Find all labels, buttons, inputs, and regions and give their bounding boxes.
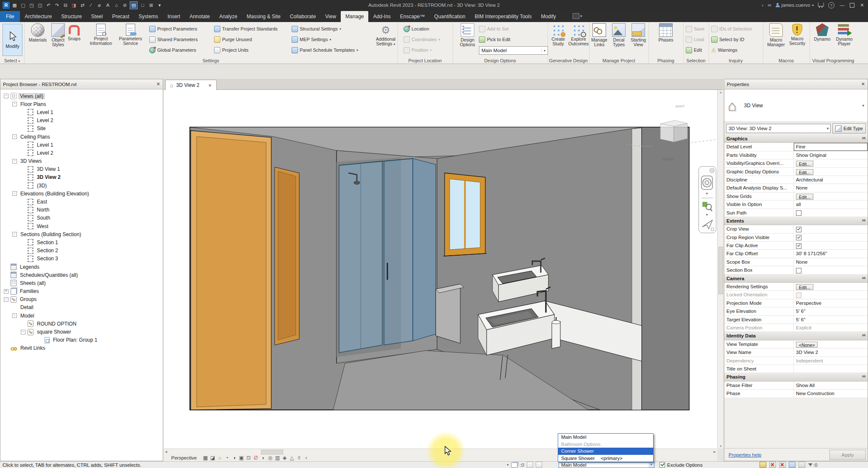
tree-item[interactable]: - Sections (Building Section): [0, 230, 163, 238]
tree-item[interactable]: Level 2: [0, 117, 163, 125]
tree-item-label[interactable]: Level 2: [36, 150, 55, 156]
tree-expander[interactable]: -: [12, 134, 17, 139]
tree-item[interactable]: South: [0, 214, 163, 222]
project-information-button[interactable]: Project Information: [88, 23, 114, 46]
view-tab[interactable]: ⌂ 3D View 2 ✕: [165, 80, 217, 90]
property-row[interactable]: Discipline Architectural Architectural ∧…: [724, 176, 868, 184]
close-icon[interactable]: ✕: [861, 81, 865, 87]
collapse-chevron-icon[interactable]: ∧∧: [862, 373, 868, 381]
ribbon-tab[interactable]: Manage: [341, 11, 368, 22]
undo-icon[interactable]: ↶: [45, 2, 52, 9]
location-button[interactable]: Location: [403, 25, 429, 33]
property-value[interactable]: [794, 209, 868, 217]
tree-item[interactable]: Floor Plan: Group 1: [0, 336, 163, 344]
new-icon[interactable]: ▢: [19, 2, 27, 9]
collapse-arrow-icon[interactable]: ‹: [762, 3, 764, 8]
worksets-caret-icon[interactable]: ▾: [507, 463, 509, 467]
create-study-button[interactable]: Create Study: [548, 23, 568, 46]
ribbon-tab[interactable]: File: [0, 11, 20, 22]
tree-item[interactable]: ROUND OPTION: [0, 320, 163, 328]
property-row[interactable]: Visibility/Graphics Overri... Edit... Ed…: [724, 159, 868, 167]
tree-item[interactable]: North: [0, 206, 163, 214]
structural-settings-button[interactable]: Structural Settings▾: [292, 25, 341, 33]
tree-item-label[interactable]: Families: [19, 288, 40, 294]
property-row[interactable]: View Template <None> <None> ∧∧: [724, 340, 868, 348]
ribbon-tab[interactable]: Analyze: [214, 11, 242, 22]
property-edit-button[interactable]: <None>: [796, 342, 818, 348]
ribbon-tab[interactable]: Architecture: [20, 11, 56, 22]
ribbon-tab[interactable]: Collaborate: [285, 11, 320, 22]
close-icon[interactable]: ✕: [156, 81, 160, 87]
tree-item[interactable]: - Ceiling Plans: [0, 133, 163, 141]
property-row[interactable]: View Name 3D View 2 3D View 2 ∧∧: [724, 348, 868, 357]
panel-label-select[interactable]: Select ▾: [0, 58, 24, 63]
additional-settings-button[interactable]: ⚙Additional Settings ▾: [374, 23, 398, 47]
tree-item-label[interactable]: Sections (Building Section): [19, 231, 82, 237]
tree-item[interactable]: Legends: [0, 263, 163, 271]
customize-qat-icon[interactable]: ▾: [156, 2, 163, 9]
property-row[interactable]: Identity Data ∧∧: [724, 332, 868, 340]
modify-button[interactable]: Modify: [3, 24, 22, 56]
tree-item[interactable]: Detail: [0, 304, 163, 312]
redo-icon[interactable]: ↷: [53, 2, 61, 9]
wheel-menu-caret-icon[interactable]: [706, 193, 708, 195]
project-browser-header[interactable]: Project Browser - RESTROOM.rvt ✕: [0, 79, 163, 89]
tree-item[interactable]: Level 1: [0, 108, 163, 116]
restore-button[interactable]: [850, 3, 854, 8]
property-value[interactable]: Show All Show All: [794, 382, 868, 389]
property-row[interactable]: Show Grids Edit... Edit... ∧∧: [724, 192, 868, 201]
transfer-icon[interactable]: ⇄: [79, 2, 86, 9]
editable-only-icon[interactable]: [527, 462, 533, 468]
dropdown-item[interactable]: Corner Shower: [558, 448, 653, 455]
property-value[interactable]: Explicit Explicit: [794, 324, 868, 332]
property-value[interactable]: all all: [794, 201, 868, 208]
select-by-face-icon[interactable]: [789, 462, 796, 468]
tree-item-label[interactable]: Site: [36, 125, 47, 131]
property-value[interactable]: <None> <None>: [794, 340, 868, 348]
dropdown-item[interactable]: Main Model: [558, 434, 653, 441]
vertical-scrollbar-thumb[interactable]: [718, 247, 723, 294]
pan-icon[interactable]: [702, 220, 712, 229]
ribbon-tab[interactable]: Insert: [163, 11, 185, 22]
dropdown-item[interactable]: Bathroom Options: [558, 441, 653, 448]
ribbon-tab[interactable]: View: [320, 11, 341, 22]
default-3d-view-icon[interactable]: ⌂: [113, 2, 120, 9]
tree-item[interactable]: Revit Links: [0, 344, 163, 352]
property-checkbox[interactable]: [796, 268, 801, 273]
edit-type-button[interactable]: Edit Type: [832, 123, 866, 134]
property-row[interactable]: Visible In Option all all ∧∧: [724, 201, 868, 209]
property-row[interactable]: Phase Filter Show All Show All ∧∧: [724, 382, 868, 390]
design-options-button[interactable]: Design Options: [456, 23, 479, 47]
property-value[interactable]: [794, 266, 868, 274]
dynamo-player-button[interactable]: Dynamo Player: [834, 23, 854, 46]
navbar-options-icon[interactable]: [711, 228, 714, 231]
ribbon-tab[interactable]: Add-Ins: [368, 11, 395, 22]
panel-display-toggle[interactable]: ▾: [573, 13, 582, 22]
tree-item-label[interactable]: North: [36, 207, 50, 213]
property-row[interactable]: Extents ∧∧: [724, 217, 868, 225]
sun-path-icon[interactable]: ☼: [216, 455, 223, 461]
explore-outcomes-button[interactable]: Explore Outcomes: [569, 23, 588, 46]
property-value[interactable]: None None: [794, 258, 868, 266]
property-value[interactable]: [794, 225, 868, 233]
section-icon[interactable]: ⊘: [121, 2, 128, 9]
scroll-up-icon[interactable]: ▲: [719, 91, 722, 94]
select-by-id-button[interactable]: Select by ID: [711, 36, 744, 43]
starting-view-button[interactable]: Starting View: [629, 23, 648, 47]
horizontal-scrollbar-thumb[interactable]: [261, 450, 283, 454]
tree-item-label[interactable]: Section 3: [36, 256, 59, 262]
project-parameters-button[interactable]: Project Parameters: [149, 25, 197, 33]
select-pinned-icon[interactable]: [779, 462, 786, 468]
property-checkbox[interactable]: [796, 210, 801, 216]
shared-parameters-button[interactable]: Shared Parameters: [149, 36, 198, 43]
zoom-icon[interactable]: [703, 202, 712, 211]
reveal-hidden-icon[interactable]: ◎: [267, 455, 274, 461]
tree-item-label[interactable]: West: [36, 223, 50, 229]
property-row[interactable]: Crop Region Visible ∧∧: [724, 234, 868, 242]
property-row[interactable]: Camera ∧∧: [724, 275, 868, 283]
tree-item-label[interactable]: Floor Plans: [19, 101, 47, 107]
tree-item-label[interactable]: Ceiling Plans: [19, 134, 51, 140]
tree-item[interactable]: (3D): [0, 181, 163, 189]
active-design-option-combo[interactable]: Main Model ▾: [479, 46, 548, 55]
property-row[interactable]: Target Elevation 5' 6" 5' 6" ∧∧: [724, 316, 868, 324]
